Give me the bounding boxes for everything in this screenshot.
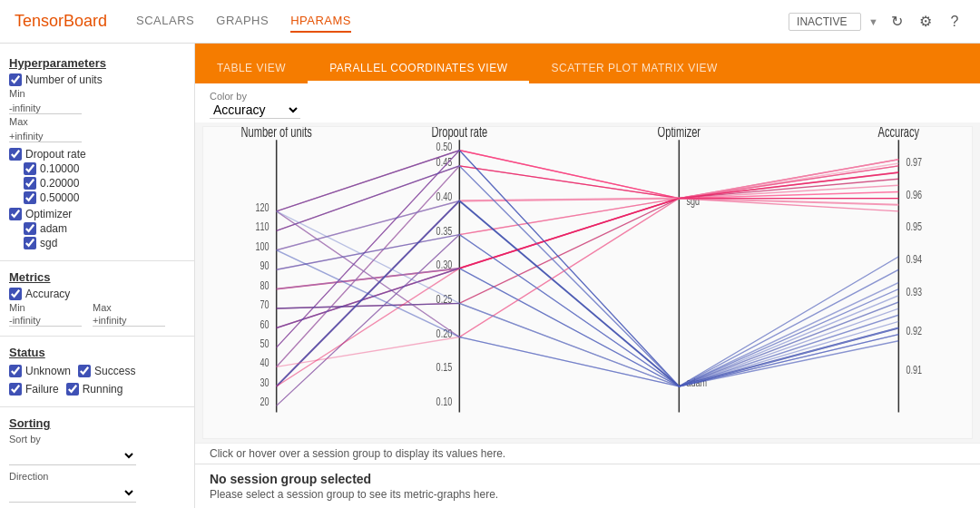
svg-text:Dropout rate: Dropout rate (432, 127, 488, 141)
metrics-section: Metrics Accuracy Min Max (0, 265, 194, 332)
optimizer-sgd-checkbox[interactable] (24, 237, 36, 249)
accuracy-label: Accuracy (25, 288, 70, 300)
dropout-010-checkbox[interactable] (24, 162, 36, 175)
max-label: Max (9, 116, 28, 127)
color-by-label: Color by (210, 91, 965, 102)
metrics-max-label: Max (93, 302, 165, 313)
optimizer-adam-checkbox[interactable] (24, 222, 36, 235)
number-of-units-checkbox[interactable] (9, 73, 22, 86)
status-failure-label: Failure (25, 383, 59, 396)
min-input[interactable]: -infinity (9, 103, 82, 114)
refresh-icon[interactable]: ↻ (886, 11, 907, 33)
tab-scatter-plot[interactable]: SCATTER PLOT MATRIX VIEW (529, 53, 739, 83)
svg-text:Optimizer: Optimizer (658, 127, 701, 141)
max-input[interactable]: +infinity (9, 131, 82, 142)
sort-by-label: Sort by (9, 434, 185, 444)
min-row: Min (9, 88, 185, 99)
dropout-rate-checkbox[interactable] (9, 148, 22, 161)
direction-select[interactable] (9, 484, 136, 503)
hover-info: Click or hover over a session group to d… (195, 443, 980, 464)
svg-text:20: 20 (260, 396, 270, 408)
tab-parallel-coordinates[interactable]: PARALLEL COORDINATES VIEW (308, 53, 529, 83)
sorting-section: Sorting Sort by Direction (0, 411, 194, 508)
header: TensorBoard SCALARS GRAPHS HPARAMS INACT… (0, 0, 980, 44)
hyperparameters-section: Hyperparameters Number of units Min -inf… (0, 51, 194, 257)
nav-scalars[interactable]: SCALARS (136, 10, 194, 33)
svg-text:60: 60 (260, 318, 270, 330)
dropout-050-label: 0.50000 (40, 191, 79, 204)
metrics-min-group: Min (9, 302, 82, 327)
help-icon[interactable]: ? (944, 11, 965, 33)
svg-text:30: 30 (260, 376, 270, 388)
accuracy-row: Accuracy (9, 288, 185, 300)
status-success-label: Success (94, 365, 135, 377)
svg-text:70: 70 (260, 298, 270, 311)
dropout-values: 0.10000 0.20000 0.50000 (9, 162, 185, 204)
optimizer-sgd-label: sgd (40, 237, 57, 249)
dropout-010-row: 0.10000 (24, 162, 185, 175)
svg-text:0.30: 0.30 (436, 258, 453, 270)
session-group-section: No session group selected Please select … (195, 464, 980, 508)
session-group-title: No session group selected (210, 472, 965, 486)
status-running-checkbox[interactable] (66, 383, 79, 396)
metrics-min-input[interactable] (9, 315, 82, 327)
dropout-020-checkbox[interactable] (24, 177, 36, 190)
session-group-subtitle: Please select a session group to see its… (210, 488, 965, 501)
nav-graphs[interactable]: GRAPHS (216, 10, 269, 33)
max-row: Max (9, 116, 185, 127)
content: TABLE VIEW PARALLEL COORDINATES VIEW SCA… (195, 44, 980, 508)
optimizer-row: Optimizer (9, 208, 185, 220)
nav-hparams[interactable]: HPARAMS (290, 10, 351, 33)
status-running-label: Running (83, 383, 123, 396)
status-section: Status Unknown Success Failure Running (0, 340, 194, 403)
dropout-rate-label: Dropout rate (25, 148, 86, 161)
dropout-010-label: 0.10000 (40, 162, 79, 175)
status-badge[interactable]: INACTIVE (789, 13, 861, 31)
svg-text:0.15: 0.15 (436, 360, 453, 373)
status-failure-checkbox[interactable] (9, 383, 22, 396)
accuracy-checkbox[interactable] (9, 288, 22, 300)
dropout-020-label: 0.20000 (40, 177, 79, 190)
chart-area: Number of units Dropout rate Optimizer A… (202, 126, 973, 439)
sort-by-select[interactable] (9, 446, 136, 465)
metrics-max-input[interactable] (93, 315, 165, 327)
optimizer-checkbox[interactable] (9, 208, 22, 220)
metrics-min-label: Min (9, 302, 82, 313)
svg-text:0.10: 0.10 (436, 396, 453, 408)
nav-items: SCALARS GRAPHS HPARAMS (136, 10, 789, 33)
optimizer-adam-row: adam (24, 222, 185, 235)
color-by-select[interactable]: Accuracy (210, 102, 300, 119)
min-label: Min (9, 88, 25, 99)
parallel-coordinates-chart: Number of units Dropout rate Optimizer A… (203, 127, 972, 438)
dropout-020-row: 0.20000 (24, 177, 185, 190)
svg-text:50: 50 (260, 337, 270, 349)
tab-table-view[interactable]: TABLE VIEW (195, 53, 308, 83)
dropout-050-row: 0.50000 (24, 191, 185, 204)
hyperparameters-title: Hyperparameters (9, 56, 185, 70)
color-by-section: Color by Accuracy (195, 83, 980, 122)
status-success-checkbox[interactable] (78, 365, 91, 377)
optimizer-values: adam sgd (9, 222, 185, 249)
svg-text:0.91: 0.91 (906, 363, 922, 376)
status-unknown-label: Unknown (25, 365, 71, 377)
svg-text:0.92: 0.92 (906, 324, 922, 337)
status-unknown-checkbox[interactable] (9, 365, 22, 377)
optimizer-label: Optimizer (25, 208, 72, 220)
tab-bar: TABLE VIEW PARALLEL COORDINATES VIEW SCA… (195, 44, 980, 83)
optimizer-sgd-row: sgd (24, 237, 185, 249)
svg-text:0.50: 0.50 (436, 140, 453, 152)
svg-text:40: 40 (260, 357, 270, 369)
dropout-050-checkbox[interactable] (24, 191, 36, 204)
svg-text:Number of units: Number of units (241, 127, 312, 141)
svg-text:120: 120 (255, 200, 269, 213)
svg-text:0.96: 0.96 (906, 188, 922, 200)
svg-text:100: 100 (255, 239, 269, 252)
svg-text:80: 80 (260, 278, 270, 291)
status-failure-row: Failure (9, 383, 59, 396)
header-right: INACTIVE ▼ ↻ ⚙ ? (789, 11, 965, 33)
svg-text:0.97: 0.97 (906, 155, 922, 168)
settings-icon[interactable]: ⚙ (915, 11, 936, 33)
sidebar: Hyperparameters Number of units Min -inf… (0, 44, 195, 508)
status-running-row: Running (66, 383, 123, 396)
status-title: Status (9, 346, 185, 359)
